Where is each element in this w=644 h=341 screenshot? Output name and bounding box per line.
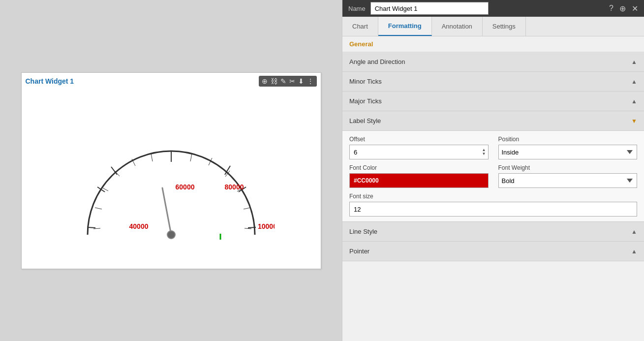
panel-content: General Angle and Direction ▲ Minor Tick…	[342, 36, 644, 341]
font-color-input[interactable]: #CC0000	[349, 173, 489, 188]
link-icon[interactable]: ⛓	[271, 77, 277, 85]
chevron-up-icon-major: ▲	[631, 98, 637, 105]
gauge-svg: 60000 80000 40000 100000 20000 0	[68, 102, 275, 259]
position-label: Position	[498, 136, 638, 143]
svg-line-18	[97, 187, 105, 192]
edit-icon[interactable]: ✎	[280, 77, 286, 85]
tab-settings[interactable]: Settings	[483, 17, 526, 36]
label-100000: 100000	[258, 222, 275, 230]
chevron-up-icon: ▲	[631, 59, 637, 65]
svg-point-21	[167, 231, 175, 239]
offset-spinner[interactable]: 6 ▲ ▼	[349, 145, 489, 159]
spinner-buttons: ▲ ▼	[482, 148, 486, 156]
tabs-bar: Chart Formatting Annotation Settings	[342, 17, 644, 36]
spinner-down[interactable]: ▼	[482, 152, 486, 156]
font-weight-field: Font Weight Bold Normal Light	[498, 164, 638, 188]
help-icon[interactable]: ?	[609, 4, 613, 13]
download-icon[interactable]: ⬇	[298, 77, 304, 85]
section-minor-ticks[interactable]: Minor Ticks ▲	[342, 72, 644, 92]
chevron-up-icon-pointer: ▲	[631, 248, 637, 255]
label-80000: 80000	[224, 183, 244, 191]
label-style-form: Offset 6 ▲ ▼ Position Inside Outside Cen…	[342, 131, 644, 222]
position-select[interactable]: Inside Outside Center	[498, 145, 638, 159]
widget-toolbar: ⊕ ⛓ ✎ ✂ ⬇ ⋮	[259, 76, 317, 87]
tab-chart[interactable]: Chart	[342, 17, 378, 36]
gauge-area: 60000 80000 40000 100000 20000 0	[22, 93, 321, 269]
widget-container: Chart Widget 1 ⊕ ⛓ ✎ ✂ ⬇ ⋮	[21, 72, 321, 269]
offset-value: 6	[354, 149, 357, 156]
font-color-field: Font Color #CC0000	[349, 164, 489, 188]
more-icon[interactable]: ⋮	[307, 77, 314, 85]
right-panel: Name ? ⊕ ✕ Chart Formatting Annotation S…	[342, 0, 644, 341]
top-bar-icons: ? ⊕ ✕	[609, 4, 638, 13]
font-weight-label: Font Weight	[498, 164, 638, 171]
svg-line-3	[151, 154, 153, 161]
left-panel: Chart Widget 1 ⊕ ⛓ ✎ ✂ ⬇ ⋮	[0, 0, 342, 341]
tab-annotation[interactable]: Annotation	[432, 17, 483, 36]
widget-header: Chart Widget 1 ⊕ ⛓ ✎ ✂ ⬇ ⋮	[22, 73, 321, 90]
font-weight-select[interactable]: Bold Normal Light	[498, 173, 638, 188]
section-major-ticks[interactable]: Major Ticks ▲	[342, 92, 644, 111]
label-40000: 40000	[129, 222, 148, 230]
gauge-arc	[88, 151, 255, 235]
offset-label: Offset	[349, 136, 489, 143]
section-pointer[interactable]: Pointer ▲	[342, 242, 644, 261]
section-label-style[interactable]: Label Style ▼	[342, 111, 644, 131]
offset-field: Offset 6 ▲ ▼	[349, 136, 489, 159]
cut-icon[interactable]: ✂	[289, 77, 295, 85]
font-size-input[interactable]	[349, 202, 637, 217]
svg-line-17	[88, 227, 95, 228]
position-field: Position Inside Outside Center	[498, 136, 638, 159]
label-60000: 60000	[175, 183, 194, 191]
top-bar: Name ? ⊕ ✕	[342, 0, 644, 17]
close-icon[interactable]: ✕	[632, 4, 638, 13]
font-color-value: #CC0000	[354, 177, 379, 184]
svg-line-15	[248, 227, 256, 228]
font-size-field: Font size	[349, 193, 637, 217]
svg-line-12	[245, 228, 251, 229]
section-angle-direction[interactable]: Angle and Direction ▲	[342, 52, 644, 72]
chevron-up-icon-line: ▲	[631, 228, 637, 235]
move-window-icon[interactable]: ⊕	[619, 4, 626, 13]
svg-line-1	[190, 154, 192, 161]
gauge-needle	[162, 188, 175, 239]
svg-line-8	[93, 228, 100, 229]
svg-line-11	[244, 208, 250, 209]
chevron-down-icon-label: ▼	[631, 118, 637, 124]
svg-line-20	[162, 188, 171, 235]
font-size-label: Font size	[349, 193, 637, 200]
chevron-up-icon-minor: ▲	[631, 78, 637, 85]
name-input[interactable]	[370, 2, 489, 15]
tab-formatting[interactable]: Formatting	[378, 17, 432, 36]
general-heading: General	[342, 36, 644, 52]
svg-line-7	[95, 208, 102, 209]
move-icon[interactable]: ⊕	[262, 77, 268, 85]
font-color-label: Font Color	[349, 164, 489, 171]
widget-title: Chart Widget 1	[26, 77, 74, 85]
name-label: Name	[348, 5, 366, 12]
section-line-style[interactable]: Line Style ▲	[342, 222, 644, 242]
